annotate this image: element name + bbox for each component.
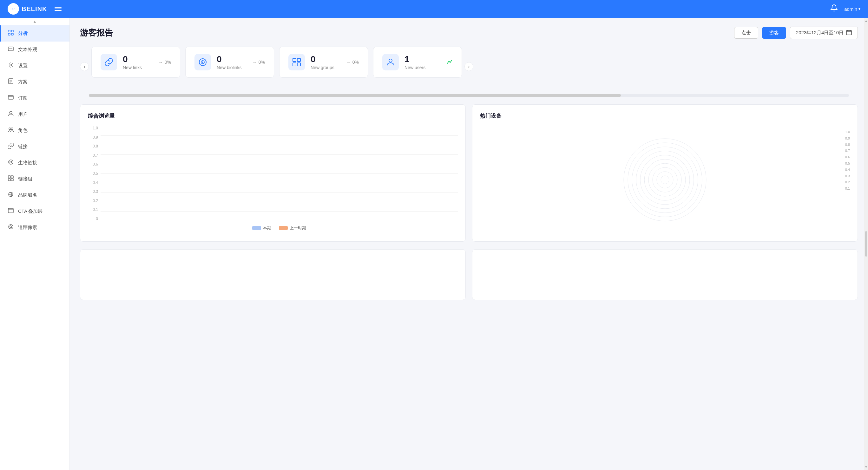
sidebar-item-appearance-label: 文本外观 — [18, 46, 37, 53]
sidebar-item-links-label: 链接 — [18, 144, 28, 150]
domains-icon — [7, 192, 14, 199]
svg-rect-5 — [11, 33, 13, 35]
bottom-card-1 — [80, 249, 466, 300]
new-groups-number: 0 — [311, 54, 340, 64]
sidebar-item-plan[interactable]: 方案 — [0, 74, 69, 90]
topnav: BELINK admin ▾ — [0, 0, 868, 18]
appearance-icon — [7, 46, 14, 53]
sidebar-item-cta-label: CTA 叠加层 — [18, 208, 42, 214]
legend-current-swatch — [252, 226, 261, 230]
sidebar-item-cta[interactable]: CTA 叠加层 — [0, 203, 69, 219]
charts-row: 综合浏览量 1.0 0.9 0.8 0.7 0.6 0.5 0.4 0.3 0.… — [80, 104, 858, 242]
new-biolinks-icon — [194, 54, 211, 70]
radar-chart-card: 热门设备 — [472, 104, 858, 242]
sidebar-item-appearance[interactable]: 文本外观 — [0, 41, 69, 58]
scroll-right-button[interactable]: › — [464, 62, 473, 71]
svg-point-19 — [10, 161, 12, 163]
new-users-label: New users — [404, 65, 441, 70]
scroll-left-button[interactable]: ‹ — [80, 62, 89, 71]
svg-rect-21 — [11, 176, 13, 178]
new-users-trend — [446, 59, 453, 66]
sidebar-item-subscription[interactable]: 订阅 — [0, 90, 69, 106]
logo[interactable]: BELINK — [8, 3, 47, 14]
svg-point-50 — [653, 167, 677, 192]
svg-rect-6 — [8, 47, 13, 51]
sidebar-item-links[interactable]: 链接 — [0, 138, 69, 155]
svg-point-49 — [648, 163, 681, 196]
svg-point-42 — [389, 59, 392, 62]
sidebar-item-users[interactable]: 用户 — [0, 106, 69, 122]
svg-rect-4 — [8, 33, 10, 35]
links-icon — [7, 143, 14, 150]
new-users-icon — [382, 54, 399, 70]
svg-point-17 — [11, 128, 13, 130]
sidebar-item-tracking[interactable]: 追踪像素 — [0, 219, 69, 236]
biolinks-icon — [7, 159, 14, 166]
new-groups-icon — [288, 54, 305, 70]
stat-card-new-biolinks: 0 New biolinks → 0% — [185, 46, 274, 78]
legend-previous-swatch — [279, 226, 288, 230]
svg-rect-20 — [8, 176, 10, 178]
radar-svg — [614, 132, 716, 227]
sidebar-item-settings-label: 设置 — [18, 63, 28, 69]
svg-rect-39 — [297, 58, 301, 62]
sidebar-item-analytics[interactable]: 分析 — [0, 25, 69, 41]
page-header: 游客报告 点击 游客 2023年12月4日至10日 — [80, 27, 858, 39]
layout: ▲ 分析 文本外观 设置 方案 — [0, 0, 868, 470]
new-biolinks-label: New biolinks — [217, 65, 247, 70]
sidebar-item-analytics-label: 分析 — [18, 30, 28, 36]
sidebar-item-domains[interactable]: 品牌域名 — [0, 187, 69, 203]
tab-visitors-button[interactable]: 游客 — [762, 27, 786, 39]
svg-point-15 — [9, 111, 12, 114]
sidebar-item-biolinks-label: 生物链接 — [18, 160, 37, 166]
linkgroups-icon — [7, 176, 14, 183]
notifications-button[interactable] — [830, 4, 838, 13]
svg-point-1 — [12, 8, 14, 10]
roles-icon — [7, 127, 14, 134]
new-biolinks-arrow-icon: → — [252, 60, 257, 65]
new-biolinks-trend: → 0% — [252, 60, 265, 65]
svg-point-18 — [8, 160, 13, 164]
new-links-number: 0 — [123, 54, 153, 64]
legend-current: 本期 — [252, 225, 271, 231]
svg-point-37 — [202, 62, 204, 63]
tab-clicks-button[interactable]: 点击 — [734, 27, 758, 39]
date-range-picker-button[interactable]: 2023年12月4日至10日 — [790, 27, 858, 39]
svg-point-51 — [657, 171, 673, 188]
subscription-icon — [7, 95, 14, 102]
svg-rect-13 — [8, 95, 13, 99]
svg-rect-25 — [8, 208, 13, 213]
main-scroll-up-button[interactable]: ▲ — [865, 19, 868, 23]
sidebar-item-plan-label: 方案 — [18, 79, 28, 85]
new-groups-trend: → 0% — [346, 60, 359, 65]
sidebar-item-linkgroups-label: 链接组 — [18, 176, 32, 182]
legend-previous-label: 上一时期 — [290, 225, 306, 231]
sidebar-item-settings[interactable]: 设置 — [0, 58, 69, 74]
sidebar-item-biolinks[interactable]: 生物链接 — [0, 155, 69, 171]
svg-rect-3 — [11, 30, 13, 32]
line-chart-area: 1.0 0.9 0.8 0.7 0.6 0.5 0.4 0.3 0.2 0.1 … — [88, 126, 458, 234]
logo-icon — [8, 3, 19, 14]
main-content: 游客报告 点击 游客 2023年12月4日至10日 ‹ — [70, 18, 868, 470]
sidebar-scroll-up-button[interactable]: ▲ — [0, 18, 69, 25]
logo-text: BELINK — [22, 5, 47, 13]
sidebar-item-domains-label: 品牌域名 — [18, 192, 37, 198]
chart-plot-area — [100, 126, 458, 221]
sidebar-item-roles[interactable]: 角色 — [0, 122, 69, 138]
line-chart-title: 综合浏览量 — [88, 112, 458, 120]
sidebar-item-linkgroups[interactable]: 链接组 — [0, 171, 69, 187]
svg-point-28 — [10, 226, 12, 228]
radar-chart-title: 热门设备 — [480, 112, 850, 120]
cta-icon — [7, 208, 14, 215]
legend-previous: 上一时期 — [279, 225, 306, 231]
svg-rect-38 — [293, 58, 296, 62]
legend-current-label: 本期 — [263, 225, 271, 231]
new-groups-arrow-icon: → — [346, 60, 350, 65]
main-scroll-down-button[interactable]: ▼ — [865, 465, 868, 469]
svg-rect-31 — [846, 30, 851, 35]
user-menu-button[interactable]: admin ▾ — [844, 6, 860, 12]
header-controls: 点击 游客 2023年12月4日至10日 — [734, 27, 858, 39]
menu-toggle-button[interactable] — [55, 7, 62, 11]
sidebar: ▲ 分析 文本外观 设置 方案 — [0, 18, 70, 470]
new-links-arrow-icon: → — [158, 60, 163, 65]
